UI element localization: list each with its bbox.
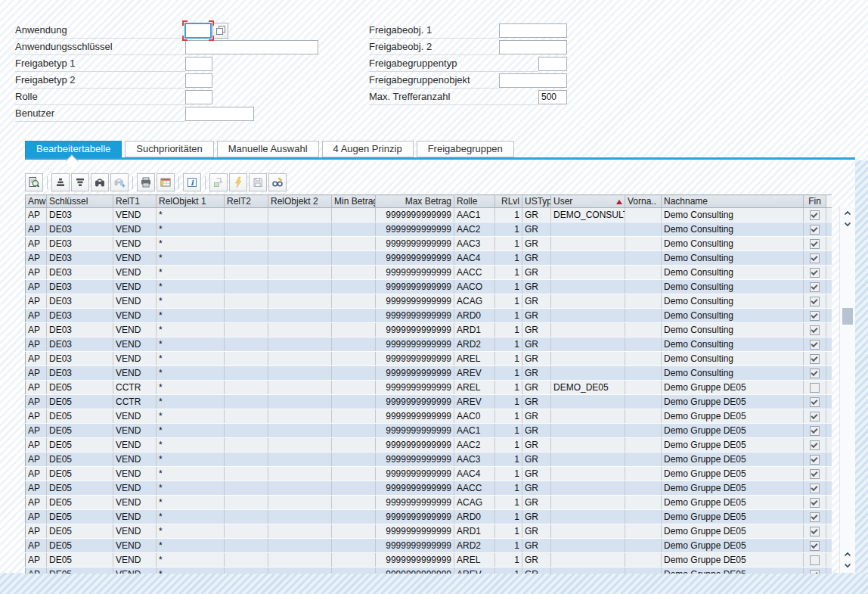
- cell-relobjekt-1[interactable]: *: [157, 568, 225, 574]
- cell-rolle[interactable]: AAC2: [454, 438, 495, 452]
- cell-rlvl[interactable]: 1: [495, 424, 522, 438]
- benutzer-input[interactable]: [185, 107, 254, 121]
- cell-ustyp[interactable]: GR: [522, 266, 551, 280]
- rolle-input[interactable]: [185, 90, 212, 104]
- cell-nachname[interactable]: Demo Consulting: [662, 352, 804, 366]
- cell-anw[interactable]: AP: [26, 553, 47, 568]
- cell-nachname[interactable]: Demo Consulting: [662, 294, 804, 309]
- find-button[interactable]: [91, 173, 109, 191]
- cell-relt2[interactable]: [225, 381, 268, 395]
- cell-vorna[interactable]: [625, 323, 662, 337]
- save-button[interactable]: [249, 173, 267, 191]
- cell-relt2[interactable]: [225, 568, 268, 574]
- cell-relobjekt-2[interactable]: [268, 337, 332, 352]
- cell-anw[interactable]: AP: [26, 395, 47, 409]
- cell-relobjekt-1[interactable]: *: [157, 280, 225, 294]
- fin-cell[interactable]: [804, 237, 826, 251]
- cell-schlüssel[interactable]: DE05: [47, 524, 113, 539]
- cell-nachname[interactable]: Demo Consulting: [662, 366, 804, 381]
- cell-relt1[interactable]: VEND: [113, 424, 157, 438]
- cell-schlüssel[interactable]: DE03: [47, 294, 113, 309]
- cell-rlvl[interactable]: 1: [495, 309, 522, 323]
- cell-relobjekt-1[interactable]: *: [157, 366, 225, 381]
- cell-relt1[interactable]: VEND: [113, 467, 157, 481]
- cell-user[interactable]: [551, 568, 625, 574]
- cell-ustyp[interactable]: GR: [522, 337, 551, 352]
- cell-rolle[interactable]: AAC0: [454, 409, 495, 424]
- cell-relobjekt-2[interactable]: [268, 309, 332, 323]
- cell-relobjekt-1[interactable]: *: [157, 251, 225, 266]
- cell-schlüssel[interactable]: DE03: [47, 251, 113, 266]
- cell-relt2[interactable]: [225, 208, 268, 222]
- cell-anw[interactable]: AP: [26, 251, 47, 266]
- cell-nachname[interactable]: Demo Gruppe DE05: [662, 510, 804, 524]
- cell-relt1[interactable]: VEND: [113, 251, 157, 266]
- cell-ustyp[interactable]: GR: [522, 381, 551, 395]
- cell-rolle[interactable]: AACC: [454, 481, 495, 496]
- cell-user[interactable]: [551, 251, 625, 266]
- cell-relt2[interactable]: [225, 424, 268, 438]
- fin-cell[interactable]: [804, 323, 826, 337]
- cell-rlvl[interactable]: 1: [495, 280, 522, 294]
- cell-schlüssel[interactable]: DE05: [47, 409, 113, 424]
- cell-relt2[interactable]: [225, 467, 268, 481]
- cell-nachname[interactable]: Demo Consulting: [662, 337, 804, 352]
- cell-relobjekt-1[interactable]: *: [157, 539, 225, 553]
- cell-relobjekt-1[interactable]: *: [157, 409, 225, 424]
- cell-rlvl[interactable]: 1: [495, 337, 522, 352]
- cell-relt1[interactable]: VEND: [113, 409, 157, 424]
- cell-schlüssel[interactable]: DE05: [47, 510, 113, 524]
- cell-user[interactable]: [551, 496, 625, 510]
- cell-vorna[interactable]: [625, 280, 662, 294]
- column-header-ustyp[interactable]: USTyp: [522, 195, 551, 208]
- tab-freigabegruppen[interactable]: Freigabegruppen: [417, 141, 514, 157]
- fin-cell[interactable]: [804, 481, 826, 496]
- cell-min-betrag[interactable]: [332, 452, 376, 467]
- fin-cell[interactable]: [804, 496, 826, 510]
- cell-schlüssel[interactable]: DE05: [47, 467, 113, 481]
- cell-ustyp[interactable]: GR: [522, 467, 551, 481]
- cell-relt2[interactable]: [225, 266, 268, 280]
- tab-suchprioritaeten[interactable]: Suchprioritäten: [125, 141, 213, 157]
- cell-nachname[interactable]: Demo Gruppe DE05: [662, 452, 804, 467]
- cell-relt2[interactable]: [225, 222, 268, 237]
- cell-rlvl[interactable]: 1: [495, 251, 522, 266]
- cell-relt2[interactable]: [225, 251, 268, 266]
- cell-relt1[interactable]: VEND: [113, 452, 157, 467]
- cell-vorna[interactable]: [625, 381, 662, 395]
- cell-rlvl[interactable]: 1: [495, 496, 522, 510]
- cell-anw[interactable]: AP: [26, 222, 47, 237]
- cell-relobjekt-2[interactable]: [268, 208, 332, 222]
- cell-min-betrag[interactable]: [332, 568, 376, 574]
- cell-relobjekt-2[interactable]: [268, 294, 332, 309]
- freigabeobj1-input[interactable]: [499, 23, 567, 38]
- cell-nachname[interactable]: Demo Gruppe DE05: [662, 539, 804, 553]
- tab-bearbeitertabelle[interactable]: Bearbeitertabelle: [25, 141, 122, 157]
- column-header-user[interactable]: User: [551, 195, 625, 208]
- cell-user[interactable]: [551, 409, 625, 424]
- cell-min-betrag[interactable]: [332, 496, 376, 510]
- cell-anw[interactable]: AP: [26, 381, 47, 395]
- cell-anw[interactable]: AP: [26, 294, 47, 309]
- cell-relt2[interactable]: [225, 294, 268, 309]
- cell-rolle[interactable]: ARD1: [454, 323, 495, 337]
- max-trefferanzahl-input[interactable]: [538, 90, 567, 104]
- cell-max-betrag[interactable]: 9999999999999: [376, 481, 454, 496]
- cell-anw[interactable]: AP: [26, 496, 47, 510]
- cell-relt1[interactable]: VEND: [113, 553, 157, 568]
- cell-nachname[interactable]: Demo Gruppe DE05: [662, 438, 804, 452]
- cell-rlvl[interactable]: 1: [495, 409, 522, 424]
- cell-min-betrag[interactable]: [332, 438, 376, 452]
- cell-user[interactable]: [551, 481, 625, 496]
- cell-rlvl[interactable]: 1: [495, 366, 522, 381]
- cell-max-betrag[interactable]: 9999999999999: [376, 424, 454, 438]
- cell-anw[interactable]: AP: [26, 481, 47, 496]
- fin-cell[interactable]: [804, 510, 826, 524]
- cell-min-betrag[interactable]: [332, 352, 376, 366]
- cell-max-betrag[interactable]: 9999999999999: [376, 438, 454, 452]
- vertical-scrollbar[interactable]: [839, 207, 855, 573]
- cell-anw[interactable]: AP: [26, 452, 47, 467]
- cell-relt1[interactable]: VEND: [113, 539, 157, 553]
- cell-ustyp[interactable]: GR: [522, 352, 551, 366]
- cell-vorna[interactable]: [625, 395, 662, 409]
